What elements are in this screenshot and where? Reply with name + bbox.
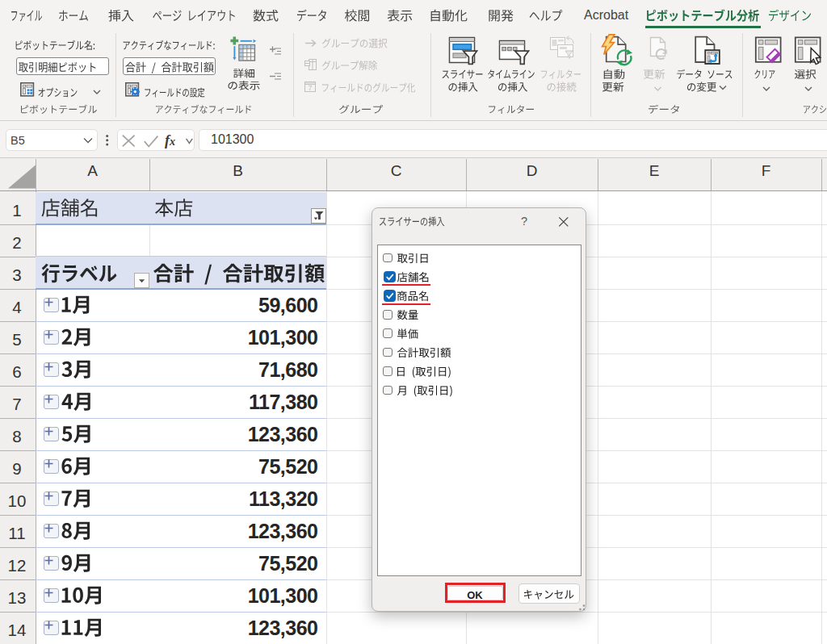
svg-text:7: 7 [308, 84, 312, 92]
